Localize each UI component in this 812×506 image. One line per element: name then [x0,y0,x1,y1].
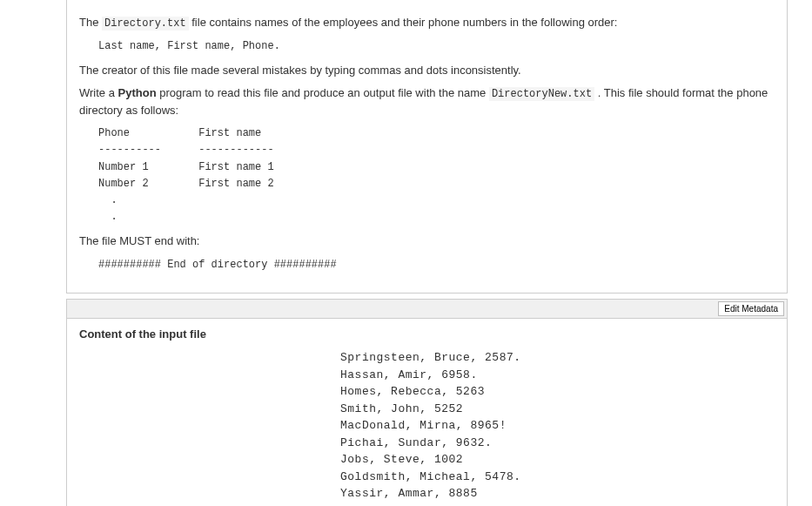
text-fragment: Write a [79,86,118,99]
format-block-2: Phone First name ---------- ------------… [98,125,775,226]
problem-statement-cell: The Directory.txt file contains names of… [66,0,788,293]
format-block-1: Last name, First name, Phone. [98,38,775,55]
input-file-cell: Content of the input file Springsteen, B… [66,319,788,506]
code-filename-output: DirectoryNew.txt [489,87,594,101]
intro-line-3: Write a Python program to read this file… [79,84,775,119]
edit-metadata-button[interactable]: Edit Metadata [718,301,784,316]
text-fragment: The [79,16,102,29]
metadata-toolbar: Edit Metadata [66,299,788,319]
page-container: The Directory.txt file contains names of… [0,0,812,506]
text-fragment: program to read this file and produce an… [157,86,489,99]
intro-line-2: The creator of this file made several mi… [79,62,775,79]
text-fragment: file contains names of the employees and… [189,16,618,29]
input-file-content: Springsteen, Bruce, 2587. Hassan, Amir, … [340,349,775,506]
bold-python: Python [118,86,157,99]
intro-line-1: The Directory.txt file contains names of… [79,14,775,31]
end-of-directory-line: ########## End of directory ########## [98,257,775,273]
input-file-heading: Content of the input file [79,327,775,341]
intro-line-4: The file MUST end with: [79,233,775,250]
code-filename-input: Directory.txt [102,17,189,30]
